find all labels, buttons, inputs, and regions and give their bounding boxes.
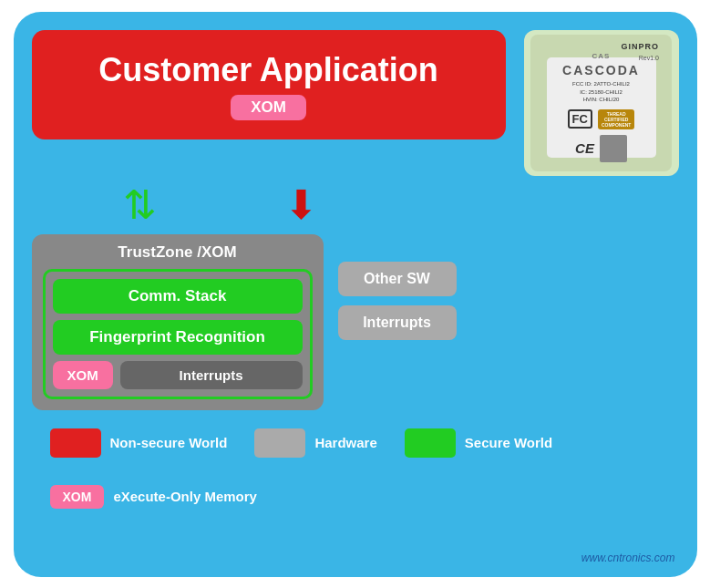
legend-section: Non-secure World Hardware Secure World X…: [32, 419, 679, 518]
thread-badge: THREADCERTIFIEDCOMPONENT: [598, 109, 635, 129]
chip-sim: GINPRO Rev1.0 CAS CASCODA FCC ID: 2ATTO-…: [530, 35, 672, 171]
middle-section: TrustZone /XOM Comm. Stack Fingerprint R…: [32, 234, 679, 410]
legend-box-gray: [254, 428, 305, 458]
chip-inner: CAS CASCODA FCC ID: 2ATTO-CHILI2IC: 2518…: [547, 57, 656, 158]
legend-secure: Secure World: [405, 428, 552, 458]
chip-fcc-text: FCC ID: 2ATTO-CHILI2IC: 25180-CHILI2HVIN…: [572, 80, 630, 103]
legend-hardware-label: Hardware: [314, 435, 376, 450]
secure-inner-block: Comm. Stack Fingerprint Recognition XOM …: [43, 269, 313, 399]
legend-xom-label: eXecute-Only Memory: [113, 489, 257, 504]
green-bidirectional-arrow: ⇅: [123, 181, 157, 228]
red-down-arrow: ⬇: [284, 181, 318, 228]
comm-stack-btn: Comm. Stack: [53, 279, 303, 314]
legend-xom: XOM eXecute-Only Memory: [50, 485, 257, 509]
legend-box-green: [405, 428, 456, 458]
chip-brand-text: CASCODA: [562, 63, 640, 77]
legend-non-secure: Non-secure World: [50, 428, 228, 458]
chip-ce-row: CE: [575, 135, 627, 162]
chip-image: GINPRO Rev1.0 CAS CASCODA FCC ID: 2ATTO-…: [524, 30, 679, 176]
chip-qr: [600, 135, 627, 162]
main-diagram: Customer Application XOM GINPRO Rev1.0 C…: [14, 12, 697, 577]
chip-logos-row: FC THREADCERTIFIEDCOMPONENT: [568, 109, 635, 129]
other-sw-badge: Other SW: [338, 262, 457, 296]
fingerprint-btn: Fingerprint Recognition: [53, 320, 303, 355]
customer-app-block: Customer Application XOM: [32, 30, 506, 139]
legend-hardware: Hardware: [254, 428, 376, 458]
trustzone-block: TrustZone /XOM Comm. Stack Fingerprint R…: [32, 234, 324, 410]
interrupts-inner-badge: Interrupts: [120, 361, 303, 389]
top-section: Customer Application XOM GINPRO Rev1.0 C…: [32, 30, 679, 176]
legend-box-red: [50, 428, 101, 458]
legend-secure-label: Secure World: [465, 435, 552, 450]
chip-rev-text: Rev1.0: [639, 55, 659, 61]
right-sw-block: Other SW Interrupts: [338, 262, 457, 340]
xom-badge-top: XOM: [231, 95, 306, 120]
watermark: www.cntronics.com: [581, 552, 675, 564]
fc-logo: FC: [568, 109, 592, 129]
cas-prefix: CAS: [592, 52, 611, 60]
interrupts-badge: Interrupts: [338, 305, 457, 340]
arrows-row: ⇅ ⬇: [32, 185, 679, 225]
chip-logo-text: GINPRO: [621, 42, 659, 51]
trustzone-title: TrustZone /XOM: [43, 243, 313, 262]
xom-badge-inner: XOM: [53, 361, 113, 389]
legend-non-secure-label: Non-secure World: [110, 435, 228, 450]
xom-badge-legend: XOM: [50, 485, 105, 509]
inner-row: XOM Interrupts: [53, 361, 303, 389]
ce-logo: CE: [575, 140, 594, 156]
customer-app-title: Customer Application: [98, 52, 438, 88]
